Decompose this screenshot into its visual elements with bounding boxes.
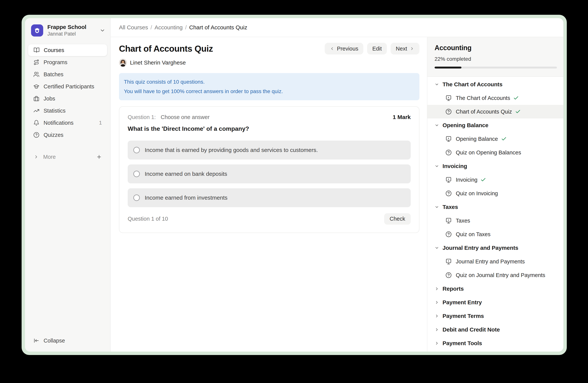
sidebar-item-label: Statistics (43, 108, 65, 114)
lesson-label: Quiz on Invoicing (456, 190, 498, 197)
window-frame: Frappe School Jannat Patel Courses (21, 15, 567, 355)
section-the-chart-of-accounts[interactable]: The Chart of Accounts (427, 77, 563, 91)
check-button[interactable]: Check (384, 213, 411, 225)
sidebar-item-label: Certified Participants (43, 83, 94, 90)
lesson-journal-entry-and-payments[interactable]: Journal Entry and Payments (427, 255, 563, 268)
lesson-taxes[interactable]: Taxes (427, 214, 563, 228)
question-marks: 1 Mark (393, 114, 411, 120)
breadcrumb-current: Chart of Accounts Quiz (189, 24, 247, 31)
section-payment-entry[interactable]: Payment Entry (427, 296, 563, 309)
radio-button[interactable] (133, 194, 140, 201)
next-button[interactable]: Next (391, 43, 420, 55)
lesson-quiz-on-journal-entry-and-payments[interactable]: Quiz on Journal Entry and Payments (427, 268, 563, 282)
answer-option-1[interactable]: Income that is earned by providing goods… (128, 141, 411, 159)
lesson-the-chart-of-accounts[interactable]: The Chart of Accounts (427, 91, 563, 105)
collapse-sidebar-button[interactable]: Collapse (28, 335, 107, 346)
sidebar-item-label: Jobs (43, 96, 55, 102)
check-icon (513, 95, 519, 101)
lesson-nav-buttons: Previous Edit Next (325, 43, 420, 55)
breadcrumb-all-courses[interactable]: All Courses (119, 24, 148, 31)
chevron-right-icon (410, 46, 414, 51)
notifications-badge: 1 (99, 120, 102, 126)
section-label: The Chart of Accounts (442, 81, 502, 88)
chevron-down-icon (435, 82, 439, 87)
lesson-label: The Chart of Accounts (456, 95, 510, 101)
section-opening-balance[interactable]: Opening Balance (427, 118, 563, 132)
breadcrumb-accounting[interactable]: Accounting (155, 24, 183, 31)
lesson-invoicing[interactable]: Invoicing (427, 173, 563, 187)
chevron-down-icon (435, 205, 439, 209)
section-payment-tools[interactable]: Payment Tools (427, 336, 563, 350)
check-icon (515, 109, 521, 115)
bell-icon (33, 120, 39, 126)
monitor-play-icon (445, 176, 452, 183)
question-text: What is the 'Direct Income' of a company… (128, 125, 411, 132)
lesson-quiz-on-invoicing[interactable]: Quiz on Invoicing (427, 187, 563, 200)
section-label: Reports (442, 286, 464, 292)
previous-button[interactable]: Previous (325, 43, 363, 55)
lesson-quiz-on-opening-balances[interactable]: Quiz on Opening Balances (427, 146, 563, 159)
lesson-label: Chart of Accounts Quiz (456, 109, 512, 115)
answer-option-label: Income earned from investments (145, 194, 228, 201)
lesson-label: Taxes (456, 218, 470, 224)
course-progress-fill (435, 67, 462, 69)
breadcrumb-separator: / (185, 24, 187, 31)
lesson-quiz-on-taxes[interactable]: Quiz on Taxes (427, 228, 563, 241)
sidebar-item-batches[interactable]: Batches (28, 68, 107, 80)
course-progress-header: Accounting 22% completed (427, 37, 563, 77)
sidebar-nav: Courses Programs Batches (25, 44, 110, 141)
sidebar-item-label: Programs (43, 59, 67, 65)
section-invoicing[interactable]: Invoicing (427, 159, 563, 173)
sidebar-item-certified-participants[interactable]: Certified Participants (28, 80, 107, 93)
sidebar-item-quizzes[interactable]: Quizzes (28, 129, 107, 141)
section-label: Opening Balance (442, 122, 488, 129)
chevron-right-icon (435, 327, 439, 332)
answer-option-2[interactable]: Income earned on bank deposits (128, 164, 411, 183)
sidebar-item-notifications[interactable]: Notifications 1 (28, 117, 107, 129)
radio-button[interactable] (133, 171, 140, 177)
plus-icon[interactable] (96, 154, 102, 160)
sidebar-item-label: Notifications (43, 120, 74, 126)
sidebar-item-programs[interactable]: Programs (28, 56, 107, 68)
check-icon (480, 177, 486, 183)
school-switcher[interactable]: Frappe School Jannat Patel (25, 18, 110, 37)
chevron-right-icon (435, 287, 439, 291)
trending-up-icon (33, 108, 39, 114)
help-circle-icon (445, 149, 452, 156)
section-label: Taxes (442, 204, 458, 210)
lesson-label: Invoicing (456, 177, 477, 183)
section-label: Payment Tools (442, 340, 482, 346)
radio-button[interactable] (133, 147, 140, 153)
lesson-label: Quiz on Taxes (456, 231, 490, 237)
edit-label: Edit (372, 46, 382, 52)
edit-button[interactable]: Edit (367, 43, 387, 55)
course-outline-tree: The Chart of Accounts The Chart of Accou… (427, 77, 563, 350)
answer-option-3[interactable]: Income earned from investments (128, 188, 411, 207)
section-reports[interactable]: Reports (427, 282, 563, 296)
sidebar-item-statistics[interactable]: Statistics (28, 105, 107, 117)
section-payment-terms[interactable]: Payment Terms (427, 309, 563, 323)
question-number-label: Question 1: (128, 114, 156, 120)
chevron-down-icon (435, 123, 439, 128)
collapse-icon (33, 338, 39, 344)
sidebar-more[interactable]: More (28, 151, 107, 163)
chevron-right-icon (435, 300, 439, 305)
section-taxes[interactable]: Taxes (427, 200, 563, 214)
page-title: Chart of Accounts Quiz (119, 43, 213, 54)
section-journal-entry-and-payments[interactable]: Journal Entry and Payments (427, 241, 563, 255)
sidebar-item-jobs[interactable]: Jobs (28, 93, 107, 105)
monitor-play-icon (445, 258, 452, 265)
section-label: Payment Entry (442, 299, 482, 306)
course-title: Accounting (435, 44, 556, 52)
banner-line-2: You will have to get 100% correct answer… (124, 87, 415, 96)
help-circle-icon (445, 190, 452, 197)
section-label: Payment Terms (442, 313, 484, 319)
users-icon (33, 71, 39, 77)
lesson-chart-of-accounts-quiz[interactable]: Chart of Accounts Quiz (427, 105, 563, 118)
lesson-opening-balance[interactable]: Opening Balance (427, 132, 563, 146)
section-debit-and-credit-note[interactable]: Debit and Credit Note (427, 323, 563, 336)
previous-label: Previous (337, 46, 358, 52)
sidebar-item-courses[interactable]: Courses (28, 44, 107, 56)
chevron-down-icon[interactable] (100, 28, 105, 33)
help-circle-icon (445, 272, 452, 279)
